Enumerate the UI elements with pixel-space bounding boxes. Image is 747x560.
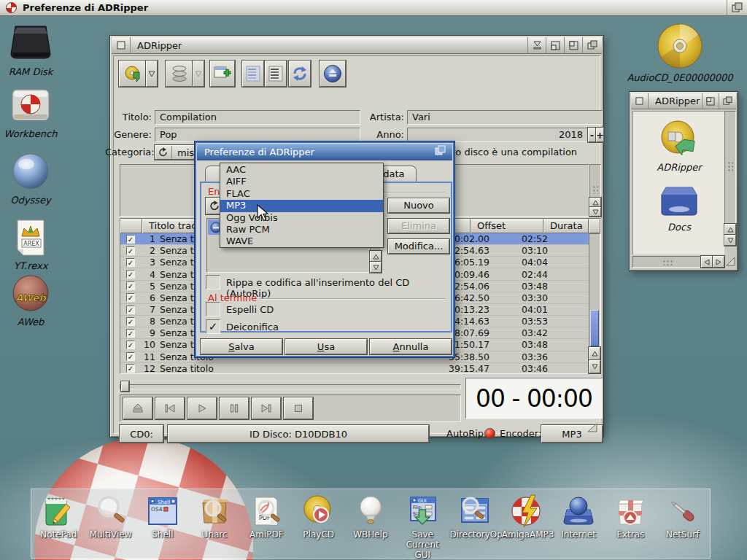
dock-item-notepad[interactable]: NotePad xyxy=(34,494,83,540)
anno-decrement-button[interactable]: - xyxy=(588,128,596,142)
annulla-button[interactable]: Annulla xyxy=(370,339,452,354)
encoder-popup-item[interactable]: Raw PCM xyxy=(220,224,383,236)
eject-cd-checkbox[interactable] xyxy=(206,302,220,316)
dock-item-directoryopus[interactable]: DirectoryOpus xyxy=(450,494,500,540)
zoom-min-gadget[interactable] xyxy=(546,37,564,53)
file-scroll-right[interactable] xyxy=(713,256,724,268)
encoder-scroll-up[interactable] xyxy=(370,251,382,262)
file-hscrollbar[interactable] xyxy=(632,256,701,268)
dock-item-extras[interactable]: Extras xyxy=(605,494,655,540)
pause-button[interactable] xyxy=(220,397,249,419)
encoder-popup-item[interactable]: FLAC xyxy=(220,188,383,200)
disc-info-scroll-down[interactable] xyxy=(589,207,601,217)
refresh-button[interactable] xyxy=(289,61,311,87)
anno-increment-button[interactable]: + xyxy=(596,128,604,142)
rip-dropdown-button[interactable] xyxy=(146,61,158,87)
zoom-gadget[interactable] xyxy=(702,93,719,109)
track-checkbox[interactable] xyxy=(126,246,135,255)
check-column-header[interactable] xyxy=(120,219,142,233)
track-scroll-up[interactable] xyxy=(589,347,600,360)
durata-column-header[interactable]: Durata xyxy=(543,219,589,233)
depth-gadget[interactable] xyxy=(582,37,602,53)
depth-gadget[interactable] xyxy=(719,93,736,109)
rip-button[interactable] xyxy=(119,61,146,87)
main-window-titlebar[interactable]: ADRipper xyxy=(112,37,602,54)
screen-depth-gadget[interactable] xyxy=(727,0,747,16)
desktop-icon-aweb[interactable]: AWeb AWeb xyxy=(0,273,66,327)
encoder-popup-item[interactable]: MP3 xyxy=(220,200,383,211)
salva-button[interactable]: Salva xyxy=(201,339,282,354)
track-scrollbar[interactable] xyxy=(589,233,600,347)
track-checkbox[interactable] xyxy=(126,306,135,314)
file-icon-docs[interactable]: Docs xyxy=(633,183,725,233)
file-icon-adripper[interactable]: ADRipper xyxy=(633,119,725,173)
dialog-depth-gadget[interactable] xyxy=(435,145,446,158)
prev-track-button[interactable] xyxy=(155,397,185,419)
next-track-button[interactable] xyxy=(252,397,281,419)
titolo-input[interactable]: Compilation xyxy=(155,110,360,125)
iconify-gadget[interactable] xyxy=(527,37,546,53)
anno-input[interactable]: 2018 xyxy=(407,128,588,142)
resize-gadget[interactable] xyxy=(724,256,736,268)
genere-input[interactable]: Pop xyxy=(155,128,360,142)
file-window-titlebar[interactable]: ADRipper xyxy=(631,93,736,109)
track-checkbox[interactable] xyxy=(126,352,135,361)
autorip-checkbox[interactable] xyxy=(206,275,220,289)
nuovo-button[interactable]: Nuovo xyxy=(388,198,449,213)
track-checkbox[interactable] xyxy=(126,235,135,244)
file-scroll-left[interactable] xyxy=(701,256,713,268)
encoder-popup-item[interactable]: AAC xyxy=(220,164,383,176)
track-checkbox[interactable] xyxy=(126,293,135,302)
list-view-b-button[interactable] xyxy=(265,61,287,87)
elimina-button[interactable]: Elimina xyxy=(388,219,449,233)
dock-item-unarc[interactable]: Unarc xyxy=(190,494,239,540)
artista-input[interactable]: Vari xyxy=(407,110,603,125)
track-row[interactable]: 12Senza titolo39:15.4703:46 xyxy=(120,363,589,373)
modifica-button[interactable]: Modifica... xyxy=(388,239,449,254)
play-button[interactable] xyxy=(187,397,217,419)
new-entry-button[interactable] xyxy=(210,61,235,87)
stop-button[interactable] xyxy=(284,397,313,419)
track-checkbox[interactable] xyxy=(126,317,135,326)
encoder-popup-item[interactable]: WAVE xyxy=(220,236,383,247)
track-scrollbar-thumb[interactable] xyxy=(590,310,599,346)
track-checkbox[interactable] xyxy=(126,270,135,279)
desktop-icon-odyssey[interactable]: Odyssey xyxy=(0,152,66,206)
dock-item-shell[interactable]: Shell OS4: Shell xyxy=(138,494,187,540)
cddb-dropdown-button[interactable] xyxy=(193,61,204,87)
desktop-icon-ram-disk[interactable]: RAM Disk xyxy=(0,22,66,77)
eject-button[interactable] xyxy=(320,61,346,87)
file-scroll-down[interactable] xyxy=(724,235,736,246)
track-checkbox[interactable] xyxy=(126,258,135,267)
desktop-icon-workbench[interactable]: Workbench xyxy=(0,84,66,139)
deiconify-checkbox[interactable] xyxy=(206,319,220,334)
dock-item-internet[interactable]: Internet xyxy=(554,494,603,540)
dock-item-netsurf[interactable]: NetSurf xyxy=(658,494,708,540)
seek-slider[interactable] xyxy=(120,381,461,392)
desktop-icon-ytrexx[interactable]: AREX YT.rexx xyxy=(0,217,66,271)
dock-item-amipdf[interactable]: PDF AmiPDF xyxy=(241,494,291,540)
dock-item-multiview[interactable]: MultiView xyxy=(86,494,136,540)
track-scroll-down[interactable] xyxy=(589,360,600,373)
dock-item-playcd[interactable]: PlayCD xyxy=(294,494,344,540)
resize-gadget[interactable] xyxy=(587,423,598,433)
zoom-max-gadget[interactable] xyxy=(564,37,582,53)
track-checkbox[interactable] xyxy=(126,364,135,373)
device-button[interactable]: CD0: xyxy=(120,425,163,443)
file-scroll-up[interactable] xyxy=(724,224,736,235)
file-vscrollbar[interactable] xyxy=(724,111,736,224)
encoder-scroll-down[interactable] xyxy=(370,262,382,273)
track-checkbox[interactable] xyxy=(126,281,135,290)
encoder-popup-item[interactable]: AIFF xyxy=(220,176,383,187)
dock-item-wbhelp[interactable]: WBHelp xyxy=(346,494,395,540)
cddb-button[interactable] xyxy=(166,61,193,87)
encoder-popup-item[interactable]: Ogg Vorbis xyxy=(220,212,383,224)
close-gadget[interactable] xyxy=(112,37,131,53)
offset-column-header[interactable]: Offset xyxy=(471,219,543,233)
slider-handle[interactable] xyxy=(121,381,129,392)
track-checkbox[interactable] xyxy=(126,341,135,349)
close-gadget[interactable] xyxy=(631,93,649,109)
list-view-a-button[interactable] xyxy=(242,61,264,87)
dialog-titlebar[interactable]: Preferenze di ADRipper xyxy=(197,144,452,160)
dock-item-amigaamp3[interactable]: AmigaAMP3 xyxy=(502,494,551,540)
